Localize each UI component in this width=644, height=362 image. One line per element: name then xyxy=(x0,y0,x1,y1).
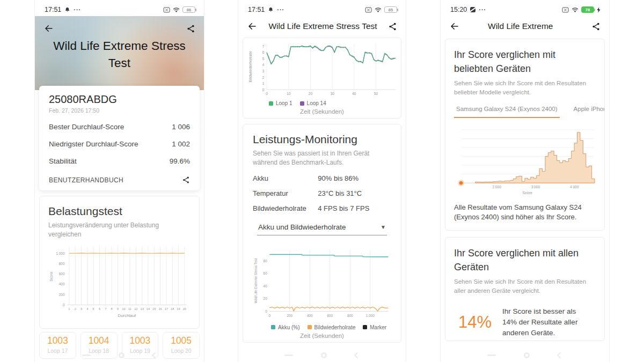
svg-text:7: 7 xyxy=(262,45,265,48)
framerate-value: 4 FPS bis 7 FPS xyxy=(318,204,369,212)
svg-text:600: 600 xyxy=(327,313,333,317)
svg-text:18: 18 xyxy=(171,307,174,310)
svg-text:15: 15 xyxy=(152,307,156,310)
svg-text:5: 5 xyxy=(93,307,94,310)
result-summary-card: 25080RABDG Feb. 27, 2026 17:50 Bester Du… xyxy=(39,86,200,190)
svg-text:60: 60 xyxy=(264,271,268,275)
svg-text:3 000: 3 000 xyxy=(531,185,540,189)
recents-button[interactable] xyxy=(82,354,91,356)
share-button[interactable] xyxy=(388,22,397,31)
svg-text:9: 9 xyxy=(117,307,119,310)
user-manual-link[interactable]: BENUTZERHANDBUCH xyxy=(49,176,123,184)
svg-text:200: 200 xyxy=(287,313,292,317)
back-button[interactable] xyxy=(449,21,460,31)
back-button[interactable] xyxy=(247,21,258,31)
run-timestamp: Feb. 27, 2026 17:50 xyxy=(49,107,190,114)
svg-text:3: 3 xyxy=(80,307,82,310)
svg-text:16: 16 xyxy=(158,307,162,310)
framerate-label: Bildwiederholrate xyxy=(253,204,318,212)
svg-text:8: 8 xyxy=(111,307,113,310)
svg-text:0: 0 xyxy=(269,313,271,317)
battery-range-label: Akku xyxy=(253,174,318,182)
loop-score-chart: 1234567891011121314151617181920020040060… xyxy=(48,239,191,324)
framerate-row: Bildwiederholrate 4 FPS bis 7 FPS xyxy=(253,204,391,212)
clock-text: 17:51 xyxy=(45,6,61,13)
svg-text:20: 20 xyxy=(183,307,186,310)
clock-text: 15:20 xyxy=(450,6,467,13)
home-button[interactable] xyxy=(321,352,327,358)
best-loop-value: 1 006 xyxy=(172,123,190,131)
screenshot-monitoring-panel: 17:51 ··· 85 Wild Life Extreme Stress Te… xyxy=(238,0,406,362)
loop1-legend-label: Loop 1 xyxy=(276,100,292,106)
home-button[interactable] xyxy=(119,352,125,358)
temperature-label: Temperatur xyxy=(253,189,318,197)
share-result-button[interactable] xyxy=(182,176,190,184)
battery-legend-label: Akku (%) xyxy=(278,324,300,330)
loop14-legend-label: Loop 14 xyxy=(307,100,326,106)
svg-text:13: 13 xyxy=(140,307,143,310)
page-title: Wild Life Extreme Stress Test xyxy=(263,21,383,31)
monitoring-subtitle: Sehen Sie was passiert ist in Ihren Gerä… xyxy=(253,149,391,167)
notification-bell-icon xyxy=(64,7,70,13)
svg-text:40: 40 xyxy=(352,92,356,95)
screenshot-icon xyxy=(470,7,475,12)
more-dots-icon: ··· xyxy=(74,6,81,13)
nav-back-button[interactable] xyxy=(354,352,361,359)
recents-button[interactable] xyxy=(487,354,496,356)
battery-swatch xyxy=(271,325,275,329)
svg-text:80: 80 xyxy=(264,258,268,262)
sim-missing-icon xyxy=(365,7,372,13)
nav-back-button[interactable] xyxy=(151,352,158,359)
svg-text:600: 600 xyxy=(59,272,65,276)
svg-text:0: 0 xyxy=(63,302,65,306)
chevron-down-icon: ▼ xyxy=(380,224,386,230)
svg-text:10: 10 xyxy=(287,92,291,95)
nav-back-button[interactable] xyxy=(557,352,564,359)
monitoring-chart-xlabel: Zeit (Sekunden) xyxy=(253,333,391,339)
stress-test-title: Belastungstest xyxy=(48,205,191,218)
tab-apple-iphone[interactable]: Apple iPhon xyxy=(572,106,605,118)
performance-monitoring-card: Leistungs-Monitoring Sehen Sie was passi… xyxy=(243,124,401,343)
svg-text:6: 6 xyxy=(262,50,265,54)
gesture-nav-bar xyxy=(238,352,406,358)
back-button[interactable] xyxy=(43,24,54,33)
share-button[interactable] xyxy=(186,24,195,33)
lowest-loop-row: Niedrigster Durchlauf-Score 1 002 xyxy=(49,140,190,148)
metric-select-dropdown[interactable]: Akku und Bildwiederholrate ▼ xyxy=(257,223,387,235)
svg-text:Score: Score xyxy=(49,271,53,281)
lowest-loop-label: Niedrigster Durchlauf-Score xyxy=(49,140,138,148)
monitoring-chart: 02004006008001.000020406080Wild Life Ext… xyxy=(253,243,391,323)
loop14-swatch xyxy=(300,101,304,106)
recents-button[interactable] xyxy=(284,354,293,356)
popular-devices-footer: Alle Resultate vom Samsung Galaxy S24 (E… xyxy=(454,203,596,223)
stress-test-subtitle: Leistungsveränderung unter Belastung ver… xyxy=(48,221,191,239)
loop-score-value: 1005 xyxy=(164,335,198,346)
svg-text:1: 1 xyxy=(68,307,70,310)
svg-text:50: 50 xyxy=(374,92,378,95)
status-bar: 15:20 ··· 78 xyxy=(441,0,609,16)
svg-text:Wild Life Extreme Stress Test: Wild Life Extreme Stress Test xyxy=(254,258,258,303)
screenshot-result-panel: 17:51 ··· 86 Wild Life Extreme Stress Te… xyxy=(34,0,204,362)
home-button[interactable] xyxy=(524,352,530,358)
popular-devices-subtitle: Sehen Sie wie sich Ihr Score mit den Res… xyxy=(454,79,596,97)
svg-text:4 000: 4 000 xyxy=(570,185,579,189)
more-dots-icon: ··· xyxy=(277,6,284,13)
svg-text:0: 0 xyxy=(262,88,265,92)
svg-text:400: 400 xyxy=(307,313,313,317)
svg-text:20: 20 xyxy=(309,92,313,95)
svg-text:Score: Score xyxy=(523,190,532,194)
fps-chart-card: 0102030405001234567Bildwiederholrate Loo… xyxy=(243,38,401,119)
monitoring-title: Leistungs-Monitoring xyxy=(253,133,391,146)
best-loop-label: Bester Durchlauf-Score xyxy=(49,123,124,131)
svg-text:12: 12 xyxy=(134,307,137,310)
battery-range-row: Akku 90% bis 86% xyxy=(253,174,391,182)
tab-samsung-galaxy-s24[interactable]: Samsung Galaxy S24 (Exynos 2400) xyxy=(454,106,560,118)
loop1-swatch xyxy=(269,101,273,106)
share-button[interactable] xyxy=(591,22,601,31)
battery-indicator: 85 xyxy=(384,6,397,13)
wifi-icon xyxy=(572,7,579,12)
all-devices-subtitle: Sehen Sie wie sich Ihr Score mit den Res… xyxy=(454,277,596,295)
all-devices-title: Ihr Score verglichen mit allen Geräten xyxy=(454,246,596,274)
sim-missing-icon xyxy=(163,7,170,13)
svg-text:Durchlauf: Durchlauf xyxy=(118,313,136,317)
